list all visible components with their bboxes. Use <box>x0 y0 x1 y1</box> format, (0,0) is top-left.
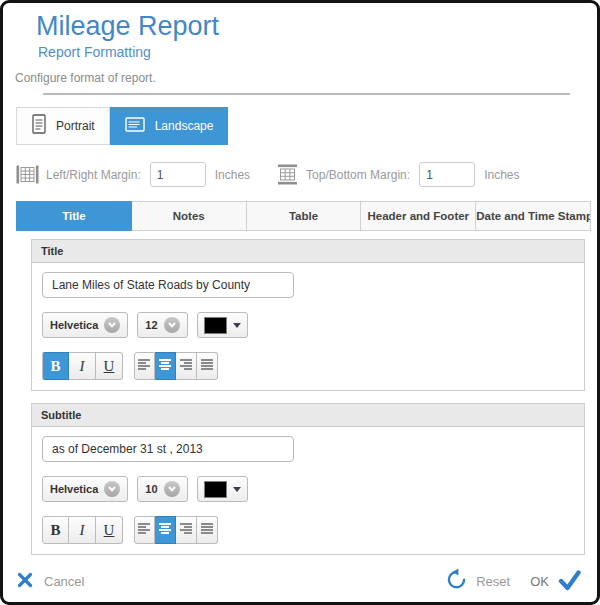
caret-down-icon <box>233 487 241 492</box>
reset-label: Reset <box>476 574 510 589</box>
top-bottom-margin-label: Top/Bottom Margin: <box>306 168 410 182</box>
align-left-icon <box>138 358 151 375</box>
align-center-icon <box>159 358 172 375</box>
title-font-size-value: 12 <box>145 319 157 331</box>
subtitle-italic-button[interactable]: I <box>69 516 96 544</box>
subtitle-section-body: Helvetica 10 B <box>32 427 584 554</box>
tab-header-and-footer[interactable]: Header and Footer <box>361 201 476 231</box>
align-right-icon <box>180 358 193 375</box>
top-bottom-margin-input[interactable] <box>419 162 475 187</box>
left-right-margin-unit: Inches <box>215 168 250 182</box>
grid-horizontal-margins-icon <box>276 164 299 185</box>
subtitle-font-size-value: 10 <box>145 483 157 495</box>
title-align-center-button[interactable] <box>155 352 176 380</box>
title-style-button-group: B I U <box>42 352 123 380</box>
subtitle-bold-button[interactable]: B <box>42 516 69 544</box>
title-text-input[interactable] <box>42 272 294 298</box>
title-align-right-button[interactable] <box>176 352 197 380</box>
subtitle-format-row: B I U <box>42 516 574 544</box>
cancel-button[interactable]: Cancel <box>17 572 84 592</box>
subtitle-align-justify-button[interactable] <box>197 516 218 544</box>
align-center-icon <box>159 522 172 539</box>
title-font-family-value: Helvetica <box>50 319 98 331</box>
subtitle-align-button-group <box>134 516 218 544</box>
margins-row: Left/Right Margin: Inches Top/Bottom Mar… <box>16 162 597 187</box>
title-section-body: Helvetica 12 B <box>32 263 584 390</box>
top-bottom-margin-group: Top/Bottom Margin: Inches <box>276 162 519 187</box>
align-justify-icon <box>201 522 214 539</box>
landscape-button[interactable]: Landscape <box>110 107 229 145</box>
subtitle-font-size-dropdown[interactable]: 10 <box>137 476 187 502</box>
portrait-button[interactable]: Portrait <box>16 107 110 145</box>
landscape-page-icon <box>125 116 146 136</box>
page-subtitle: Report Formatting <box>38 44 597 60</box>
caret-down-icon <box>233 323 241 328</box>
left-right-margin-label: Left/Right Margin: <box>46 168 141 182</box>
title-bold-button[interactable]: B <box>42 352 69 380</box>
title-align-left-button[interactable] <box>134 352 155 380</box>
dialog-header: Mileage Report Report Formatting <box>3 3 597 60</box>
subtitle-font-family-value: Helvetica <box>50 483 98 495</box>
top-bottom-margin-unit: Inches <box>484 168 519 182</box>
title-italic-button[interactable]: I <box>69 352 96 380</box>
tab-title[interactable]: Title <box>16 201 132 231</box>
chevron-down-circle-icon <box>164 481 180 497</box>
subtitle-align-right-button[interactable] <box>176 516 197 544</box>
ok-label: OK <box>530 574 549 589</box>
title-section: Title Helvetica 12 <box>31 239 585 391</box>
title-font-family-dropdown[interactable]: Helvetica <box>42 312 128 338</box>
align-right-icon <box>180 522 193 539</box>
report-formatting-dialog: Mileage Report Report Formatting Configu… <box>0 0 600 605</box>
tab-date-and-time-stamp[interactable]: Date and Time Stamp <box>476 201 591 231</box>
chevron-down-circle-icon <box>164 317 180 333</box>
title-underline-button[interactable]: U <box>96 352 123 380</box>
ok-button[interactable]: OK <box>510 569 582 595</box>
reset-button[interactable]: Reset <box>445 568 510 595</box>
align-left-icon <box>138 522 151 539</box>
tab-bar: Title Notes Table Header and Footer Date… <box>16 201 591 231</box>
tab-table[interactable]: Table <box>247 201 362 231</box>
title-font-size-dropdown[interactable]: 12 <box>137 312 187 338</box>
tab-notes[interactable]: Notes <box>132 201 247 231</box>
undo-arrow-icon <box>445 568 468 595</box>
subtitle-align-left-button[interactable] <box>134 516 155 544</box>
title-section-header: Title <box>32 240 584 263</box>
landscape-button-label: Landscape <box>155 119 214 133</box>
subtitle-font-color-picker[interactable] <box>197 476 248 502</box>
subtitle-section-header: Subtitle <box>32 404 584 427</box>
orientation-button-group: Portrait Landscape <box>16 107 597 145</box>
x-icon <box>17 572 33 592</box>
subtitle-font-family-dropdown[interactable]: Helvetica <box>42 476 128 502</box>
dialog-footer: Cancel Reset OK <box>3 555 597 595</box>
left-right-margin-input[interactable] <box>150 162 206 187</box>
subtitle-font-row: Helvetica 10 <box>42 476 574 502</box>
title-font-color-picker[interactable] <box>197 312 248 338</box>
title-align-justify-button[interactable] <box>197 352 218 380</box>
header-divider <box>43 93 570 95</box>
left-right-margin-group: Left/Right Margin: Inches <box>16 162 250 187</box>
title-font-row: Helvetica 12 <box>42 312 574 338</box>
title-color-swatch <box>204 317 227 334</box>
page-title: Mileage Report <box>36 11 597 42</box>
chevron-down-circle-icon <box>104 317 120 333</box>
subtitle-section: Subtitle Helvetica 10 <box>31 403 585 555</box>
portrait-page-icon <box>31 114 47 138</box>
portrait-button-label: Portrait <box>56 119 95 133</box>
cancel-label: Cancel <box>44 574 84 589</box>
subtitle-underline-button[interactable]: U <box>96 516 123 544</box>
subtitle-color-swatch <box>204 481 227 498</box>
title-format-row: B I U <box>42 352 574 380</box>
grid-vertical-margins-icon <box>16 164 39 185</box>
align-justify-icon <box>201 358 214 375</box>
subtitle-text-input[interactable] <box>42 436 294 462</box>
subtitle-style-button-group: B I U <box>42 516 123 544</box>
subtitle-align-center-button[interactable] <box>155 516 176 544</box>
check-icon <box>557 569 582 595</box>
chevron-down-circle-icon <box>104 481 120 497</box>
description-text: Configure format of report. <box>15 71 597 85</box>
title-align-button-group <box>134 352 218 380</box>
footer-actions: Reset OK <box>445 568 582 595</box>
